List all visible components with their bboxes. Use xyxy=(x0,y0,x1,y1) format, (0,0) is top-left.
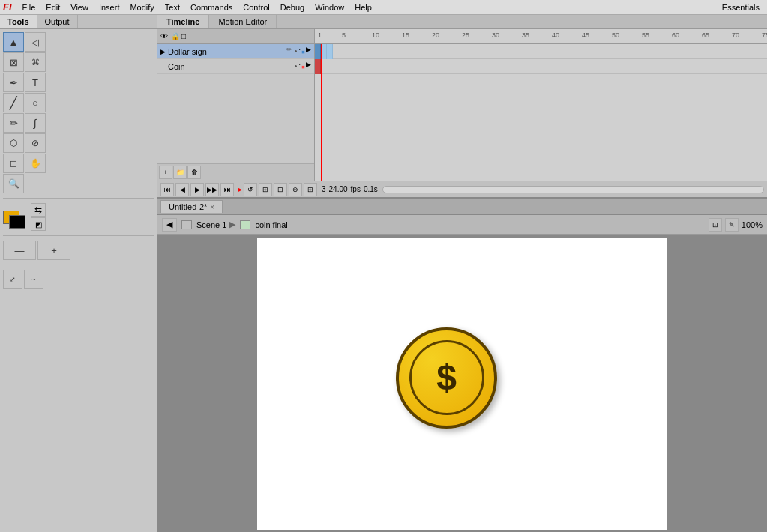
timeline-scrollbar[interactable] xyxy=(382,186,764,193)
menu-edit[interactable]: Edit xyxy=(41,1,64,13)
layer-row-dollar-sign[interactable]: ▶ Dollar sign ✏ · ▪ ▶ xyxy=(157,44,314,59)
snap-btn[interactable]: ⤢ xyxy=(3,270,22,289)
doc-tab-close-btn[interactable]: × xyxy=(210,203,214,211)
layer-dot2: · xyxy=(299,46,301,58)
last-frame-btn[interactable]: ⏭ xyxy=(220,183,234,196)
add-folder-btn[interactable]: 📁 xyxy=(173,166,187,179)
menu-view[interactable]: View xyxy=(66,1,93,13)
doc-tab-untitled[interactable]: Untitled-2* × xyxy=(160,200,223,213)
timeline-body: 👁 🔒 □ ▶ Dollar sign ✏ · ▪ xyxy=(157,29,767,181)
pencil-tool-btn[interactable]: ✏ xyxy=(3,113,24,133)
free-transform-tool-btn[interactable]: ⊠ xyxy=(3,52,24,72)
tab-output[interactable]: Output xyxy=(37,15,78,28)
tab-timeline[interactable]: Timeline xyxy=(157,15,209,28)
menu-control[interactable]: Control xyxy=(238,1,274,13)
scene-label[interactable]: Scene 1 xyxy=(196,220,226,229)
menu-modify[interactable]: Modify xyxy=(125,1,158,13)
swap-colors-btn[interactable]: ⇆ xyxy=(31,203,46,217)
add-layer-btn[interactable]: + xyxy=(159,166,172,179)
main-layout: Tools Output ▲ ◁ ⊠ ⌘ ✒ T ╱ ○ ✏ ∫ ⬡ ⊘ ◻ ✋… xyxy=(0,15,767,532)
stroke-color-swatch[interactable] xyxy=(9,215,25,229)
ruler-mark-10: 10 xyxy=(372,31,379,39)
layer-name-dollar: Dollar sign xyxy=(168,47,207,56)
symbol-label[interactable]: coin final xyxy=(255,220,287,229)
coin-frames[interactable] xyxy=(315,59,767,74)
paint-bucket-tool-btn[interactable]: ⬡ xyxy=(3,133,24,153)
layer-expand-icon: ▶ xyxy=(160,48,166,55)
ruler-mark-65: 65 xyxy=(702,31,709,39)
zoom-level: 100% xyxy=(742,220,763,229)
select-tool-btn[interactable]: ▲ xyxy=(3,32,24,52)
edit-multiple-frames-btn[interactable]: ⊞ xyxy=(304,183,317,196)
frame-indicator: ▸ xyxy=(238,185,242,193)
fps-value: 24.00 xyxy=(329,185,348,193)
smooth-btn[interactable]: ~ xyxy=(24,270,43,289)
tab-tools[interactable]: Tools xyxy=(0,15,37,28)
right-content: Timeline Motion Editor 👁 🔒 □ ▶ Dollar si… xyxy=(157,15,767,532)
zoom-in-btn[interactable]: + xyxy=(37,241,70,260)
ruler-mark-50: 50 xyxy=(612,31,619,39)
eraser-tool-btn[interactable]: ◻ xyxy=(3,154,24,173)
ruler-mark-20: 20 xyxy=(432,31,439,39)
menu-window[interactable]: Window xyxy=(310,1,349,13)
dollar-sign-frames[interactable] xyxy=(315,44,767,59)
ruler-mark-40: 40 xyxy=(552,31,559,39)
workspace-label: Essentials xyxy=(718,1,764,13)
coin-outer: $ xyxy=(396,327,497,429)
zoom-fit-btn[interactable]: ⊡ xyxy=(709,218,722,232)
canvas-area[interactable]: $ xyxy=(157,235,767,532)
toolbar-tabs: Tools Output xyxy=(0,15,157,29)
coin-inner: $ xyxy=(409,340,484,415)
ruler-mark-75: 75 xyxy=(762,31,767,39)
default-colors-btn[interactable]: ◩ xyxy=(31,217,46,231)
brush-tool-btn[interactable]: ∫ xyxy=(25,113,46,133)
subselect-tool-btn[interactable]: ◁ xyxy=(25,32,46,52)
frames-rows xyxy=(315,44,767,181)
doc-tab-label: Untitled-2* xyxy=(169,202,207,211)
stage[interactable]: $ xyxy=(257,238,667,530)
ruler-mark-25: 25 xyxy=(462,31,469,39)
color-row-stroke: ⇆ ◩ xyxy=(3,203,154,231)
onion-skin-outline-btn[interactable]: ⊛ xyxy=(289,183,302,196)
coin-dot xyxy=(295,65,297,67)
first-frame-btn[interactable]: ⏮ xyxy=(160,183,174,196)
hand-tool-btn[interactable]: ✋ xyxy=(25,154,46,173)
snap-frames-btn[interactable]: ⊞ xyxy=(259,183,272,196)
menu-file[interactable]: File xyxy=(18,1,40,13)
frame-3 xyxy=(327,44,333,59)
menu-insert[interactable]: Insert xyxy=(94,1,124,13)
menu-commands[interactable]: Commands xyxy=(186,1,237,13)
zoom-out-btn[interactable]: — xyxy=(3,241,36,260)
prev-frame-btn[interactable]: ◀ xyxy=(175,183,189,196)
menu-debug[interactable]: Debug xyxy=(276,1,309,13)
oval-tool-btn[interactable]: ○ xyxy=(25,93,46,112)
next-frame-btn[interactable]: ▶▶ xyxy=(205,183,219,196)
app-logo: Fl xyxy=(3,1,12,13)
back-btn[interactable]: ◀ xyxy=(162,218,177,232)
layer-empty-space xyxy=(157,104,314,164)
coin-container: $ xyxy=(396,327,497,429)
menubar: Fl File Edit View Insert Modify Text Com… xyxy=(0,0,767,15)
coin-keyframe-marker: ▪ xyxy=(301,61,305,73)
line-tool-btn[interactable]: ╱ xyxy=(3,93,24,112)
text-tool-btn[interactable]: T xyxy=(25,73,46,92)
zoom-edit-btn[interactable]: ✎ xyxy=(725,218,739,232)
delete-layer-btn[interactable]: 🗑 xyxy=(187,166,201,179)
layer-keyframe-marker: ▪ xyxy=(301,46,305,58)
ruler-mark-45: 45 xyxy=(582,31,589,39)
tab-motion-editor[interactable]: Motion Editor xyxy=(209,15,277,28)
frame-keyframe-1 xyxy=(315,44,321,59)
loop-btn[interactable]: ↺ xyxy=(244,183,257,196)
play-btn[interactable]: ▶ xyxy=(190,183,204,196)
pen-tool-btn[interactable]: ✒ xyxy=(3,73,24,92)
zoom-tool-btn[interactable]: 🔍 xyxy=(3,174,24,193)
frame-count: 3 xyxy=(322,185,326,193)
timeline-footer: ⏮ ◀ ▶ ▶▶ ⏭ ▸ ↺ ⊞ ⊡ ⊛ ⊞ 3 24.00 fps 0.1s xyxy=(157,181,767,197)
lasso-tool-btn[interactable]: ⌘ xyxy=(25,52,46,72)
menu-help[interactable]: Help xyxy=(350,1,376,13)
layer-row-coin[interactable]: ▶ Coin · ▪ ▶ xyxy=(157,59,314,74)
menu-text[interactable]: Text xyxy=(160,1,184,13)
eyedropper-tool-btn[interactable]: ⊘ xyxy=(25,133,46,153)
layer-controls-coin: · ▪ ▶ xyxy=(293,61,311,73)
onion-skin-btn[interactable]: ⊡ xyxy=(274,183,287,196)
